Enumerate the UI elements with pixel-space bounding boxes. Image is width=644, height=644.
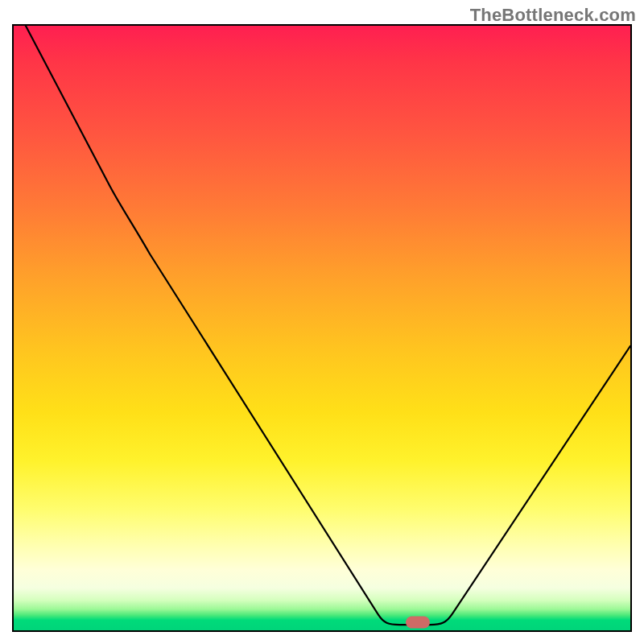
bottleneck-curve	[14, 26, 630, 630]
optimal-point-marker	[406, 617, 430, 629]
chart-plot-area	[12, 24, 632, 632]
watermark-text: TheBottleneck.com	[470, 5, 636, 26]
